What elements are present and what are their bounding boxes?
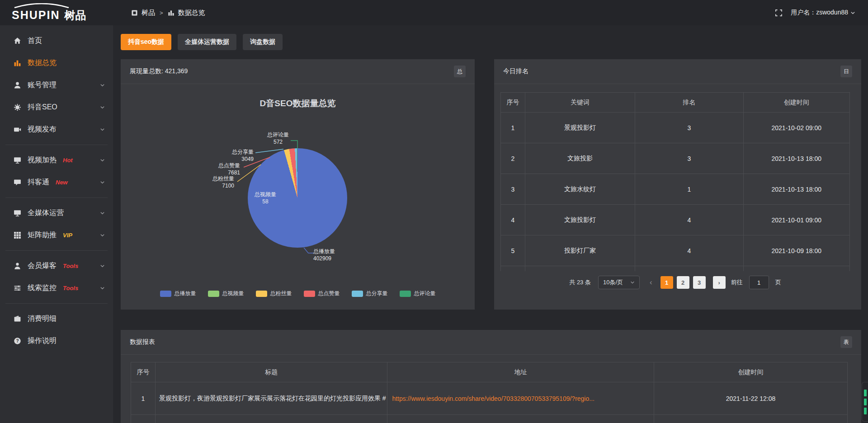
chart-legend: 总播放量总视频量总粉丝量总点赞量总分享量总评论量 bbox=[121, 290, 475, 297]
pie-label-总播放量: 总播放量402909 bbox=[313, 248, 363, 262]
pie-chart-area: D音SEO数据量总览 总评论量572总分享量3049总点赞量7681总粉丝量71… bbox=[121, 84, 475, 309]
sidebar-item-label: 会员爆客 bbox=[28, 261, 57, 271]
chevron-down-icon bbox=[100, 263, 105, 268]
sidebar-item-badge: Hot bbox=[63, 157, 73, 164]
video-link[interactable]: https://www.iesdouyin.com/share/video/70… bbox=[392, 395, 594, 402]
sidebar-item-label: 账号管理 bbox=[28, 80, 57, 90]
pie-label-总评论量: 总评论量572 bbox=[256, 131, 300, 146]
report-panel-title: 数据报表 bbox=[130, 338, 155, 346]
sidebar-item-consumption-detail[interactable]: 消费明细 bbox=[0, 308, 113, 330]
legend-item-总点赞量[interactable]: 总点赞量 bbox=[304, 290, 340, 297]
chevron-down-icon bbox=[100, 127, 105, 132]
chevron-down-icon bbox=[100, 158, 105, 163]
table-cell: 文旅投影 bbox=[525, 143, 635, 174]
table-row[interactable]: 4文旅投影灯42021-10-01 09:00 bbox=[501, 205, 850, 235]
pie-label-总粉丝量: 总粉丝量7100 bbox=[191, 175, 234, 189]
report-panel-header: 数据报表 表 bbox=[121, 330, 861, 355]
table-cell bbox=[654, 415, 848, 423]
prev-page-button[interactable]: ‹ bbox=[647, 278, 655, 287]
total-badge[interactable]: 总 bbox=[454, 66, 466, 77]
legend-item-总分享量[interactable]: 总分享量 bbox=[352, 290, 388, 297]
bar-chart-icon bbox=[14, 59, 21, 67]
sidebar-item-account-management[interactable]: 账号管理 bbox=[0, 74, 113, 96]
legend-item-总播放量[interactable]: 总播放量 bbox=[160, 290, 196, 297]
logo[interactable]: SHUPIN 树品 bbox=[0, 3, 113, 23]
column-header: 地址 bbox=[387, 362, 654, 382]
main-content: 抖音seo数据全媒体运营数据询盘数据 展现量总数: 421,369 总 D音SE… bbox=[113, 25, 868, 423]
sidebar-divider bbox=[5, 303, 108, 304]
table-cell: 投影灯厂家 bbox=[525, 235, 635, 266]
table-header-row: 序号关键词排名创建时间 bbox=[501, 93, 850, 113]
page-button-1[interactable]: 1 bbox=[660, 276, 673, 289]
page-button-3[interactable]: 3 bbox=[693, 276, 706, 289]
rank-panel: 今日排名 日 序号关键词排名创建时间1景观投影灯32021-10-02 09:0… bbox=[494, 59, 861, 310]
day-badge[interactable]: 日 bbox=[840, 66, 852, 77]
chart-title: D音SEO数据量总览 bbox=[121, 98, 475, 109]
floating-widget[interactable] bbox=[862, 382, 868, 422]
sidebar-item-member-baoke[interactable]: 会员爆客Tools bbox=[0, 255, 113, 277]
table-row[interactable]: 1景观投影灯，夜游景观投影灯厂家展示展示落花灯在花园里的灯光投影应用效果 #ht… bbox=[131, 382, 848, 415]
table-cell: 景观投影灯 bbox=[525, 113, 635, 143]
pie-label-value: 58 bbox=[244, 198, 287, 205]
sidebar-divider bbox=[5, 145, 108, 145]
overview-panel-header: 展现量总数: 421,369 总 bbox=[121, 59, 475, 84]
sidebar-item-douketong[interactable]: 抖客通New bbox=[0, 171, 113, 193]
wallet-icon bbox=[14, 315, 21, 323]
legend-item-总评论量[interactable]: 总评论量 bbox=[400, 290, 436, 297]
sidebar-item-video-publish[interactable]: 视频发布 bbox=[0, 118, 113, 141]
legend-item-总粉丝量[interactable]: 总粉丝量 bbox=[256, 290, 292, 297]
help-icon: ? bbox=[14, 337, 21, 345]
chevron-down-icon bbox=[100, 233, 105, 238]
logo-text-en: SHUPIN bbox=[12, 9, 60, 22]
tab-inquiry-data[interactable]: 询盘数据 bbox=[243, 34, 283, 50]
breadcrumb: 树品 > 数据总览 bbox=[131, 9, 205, 17]
column-header: 序号 bbox=[131, 362, 156, 382]
goto-suffix: 页 bbox=[775, 278, 781, 287]
report-index-cell: 1 bbox=[131, 382, 156, 415]
sidebar-item-video-heating[interactable]: 视频加热Hot bbox=[0, 149, 113, 171]
sidebar-item-operation-guide[interactable]: ?操作说明 bbox=[0, 330, 113, 352]
pie-label-总视频量: 总视频量58 bbox=[244, 191, 287, 205]
table-cell: 3 bbox=[635, 113, 743, 143]
table-row[interactable]: 3文旅水纹灯12021-10-13 18:00 bbox=[501, 174, 850, 205]
sidebar-item-lead-monitor[interactable]: 线索监控Tools bbox=[0, 277, 113, 299]
chevron-down-icon bbox=[100, 83, 105, 88]
sidebar-item-media-operation[interactable]: 全媒体运营 bbox=[0, 202, 113, 224]
sidebar-item-douyin-seo[interactable]: 抖音SEO bbox=[0, 96, 113, 118]
sidebar-item-label: 抖音SEO bbox=[28, 103, 57, 112]
pie-label-总点赞量: 总点赞量7681 bbox=[197, 162, 240, 176]
table-cell: 4 bbox=[635, 235, 743, 266]
tab-media-operation-data[interactable]: 全媒体运营数据 bbox=[178, 34, 236, 50]
table-row-partial bbox=[131, 415, 848, 423]
sidebar-item-label: 操作说明 bbox=[28, 336, 57, 346]
fullscreen-icon[interactable] bbox=[775, 9, 783, 17]
legend-item-总视频量[interactable]: 总视频量 bbox=[208, 290, 244, 297]
table-row[interactable]: 2文旅投影32021-10-13 18:00 bbox=[501, 143, 850, 174]
sidebar-item-home[interactable]: 首页 bbox=[0, 30, 113, 52]
table-cell: 文旅水纹灯 bbox=[525, 174, 635, 205]
page-size-select[interactable]: 10条/页 bbox=[598, 276, 640, 289]
column-header: 序号 bbox=[501, 93, 525, 113]
table-row[interactable]: 5投影灯厂家42021-10-09 18:00 bbox=[501, 235, 850, 266]
table-badge[interactable]: 表 bbox=[840, 336, 852, 348]
report-panel-body: 序号标题地址创建时间1景观投影灯，夜游景观投影灯厂家展示展示落花灯在花园里的灯光… bbox=[121, 355, 861, 423]
sidebar-item-data-overview[interactable]: 数据总览 bbox=[0, 52, 113, 74]
report-panel: 数据报表 表 序号标题地址创建时间1景观投影灯，夜游景观投影灯厂家展示展示落花灯… bbox=[121, 330, 861, 423]
user-menu[interactable]: 用户名：zswodun88 bbox=[791, 9, 855, 17]
goto-page-input[interactable] bbox=[749, 276, 769, 289]
tab-douyin-seo-data[interactable]: 抖音seo数据 bbox=[121, 34, 171, 50]
topbar-right: 用户名：zswodun88 bbox=[775, 9, 868, 17]
table-row[interactable]: 1景观投影灯32021-10-02 09:00 bbox=[501, 113, 850, 143]
page-button-2[interactable]: 2 bbox=[677, 276, 689, 289]
table-cell: 2021-10-13 18:00 bbox=[743, 143, 849, 174]
table-cell bbox=[501, 266, 525, 272]
chevron-down-icon bbox=[100, 286, 105, 291]
pie-label-name: 总分享量 bbox=[210, 148, 254, 155]
column-header: 排名 bbox=[635, 93, 743, 113]
next-page-button[interactable]: › bbox=[713, 276, 726, 289]
breadcrumb-item[interactable]: 树品 bbox=[142, 9, 155, 17]
legend-label: 总播放量 bbox=[175, 290, 196, 297]
breadcrumb-separator: > bbox=[160, 9, 163, 16]
page-buttons: 123 bbox=[659, 276, 708, 289]
sidebar-item-matrix-boost[interactable]: 矩阵助推VIP bbox=[0, 224, 113, 246]
